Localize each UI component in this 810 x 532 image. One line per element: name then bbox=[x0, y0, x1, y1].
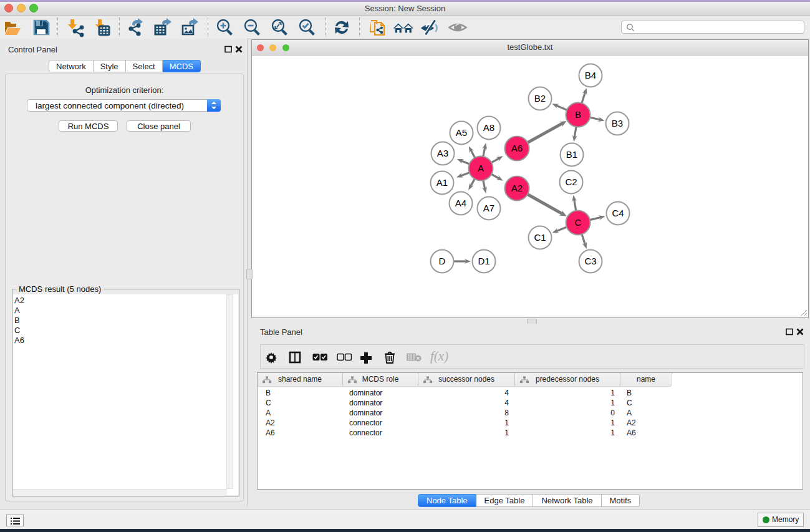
svg-text:B: B bbox=[575, 109, 581, 120]
svg-text:C: C bbox=[575, 217, 582, 228]
svg-text:A: A bbox=[478, 163, 484, 173]
svg-text:A5: A5 bbox=[456, 127, 467, 138]
svg-text:C3: C3 bbox=[584, 256, 596, 266]
svg-text:A2: A2 bbox=[511, 183, 523, 193]
svg-text:C2: C2 bbox=[565, 177, 577, 187]
svg-text:D1: D1 bbox=[478, 256, 489, 266]
svg-text:A6: A6 bbox=[511, 143, 523, 153]
svg-text:D: D bbox=[439, 256, 446, 266]
svg-text:A4: A4 bbox=[455, 198, 466, 208]
svg-text:A7: A7 bbox=[483, 203, 494, 213]
svg-text:B2: B2 bbox=[534, 93, 546, 104]
svg-text:B3: B3 bbox=[612, 118, 623, 128]
svg-text:B1: B1 bbox=[566, 149, 577, 160]
svg-text:C4: C4 bbox=[612, 208, 624, 218]
svg-text:A1: A1 bbox=[436, 177, 448, 188]
svg-text:A3: A3 bbox=[437, 148, 448, 158]
svg-text:C1: C1 bbox=[534, 232, 546, 243]
svg-text:B4: B4 bbox=[585, 70, 596, 80]
svg-text:A8: A8 bbox=[483, 122, 494, 133]
